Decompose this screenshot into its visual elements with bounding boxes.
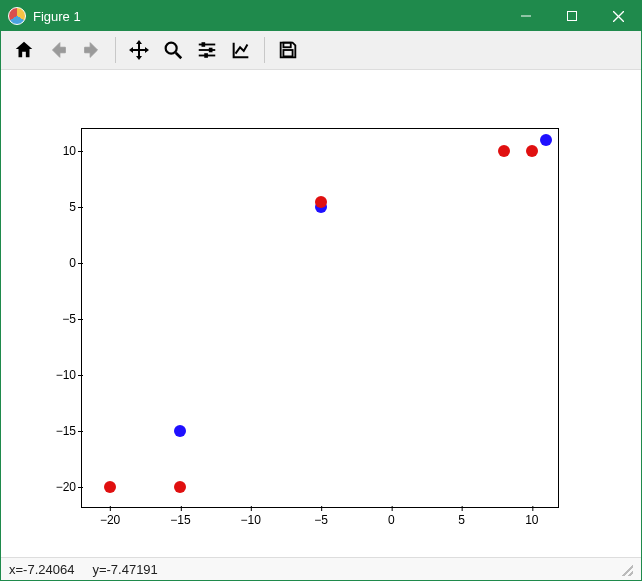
svg-rect-9 <box>209 48 213 53</box>
titlebar: Figure 1 <box>1 1 641 31</box>
pan-button[interactable] <box>122 33 156 67</box>
home-icon <box>13 39 35 61</box>
y-tick: −5 <box>62 312 82 326</box>
data-point <box>104 481 116 493</box>
window-title: Figure 1 <box>33 9 81 24</box>
y-tick: 10 <box>63 144 82 158</box>
forward-icon <box>81 39 103 61</box>
svg-rect-1 <box>568 12 577 21</box>
back-button[interactable] <box>41 33 75 67</box>
edit-axes-button[interactable] <box>224 33 258 67</box>
close-button[interactable] <box>595 1 641 31</box>
x-tick: −15 <box>170 507 190 527</box>
y-tick: −15 <box>56 424 82 438</box>
svg-rect-11 <box>204 53 208 58</box>
statusbar: x=-7.24064 y=-7.47191 <box>1 557 641 580</box>
svg-line-5 <box>176 53 182 59</box>
minimize-button[interactable] <box>503 1 549 31</box>
move-icon <box>127 38 151 62</box>
plot-axes: −20−15−10−50510−20−15−10−50510 <box>81 128 559 508</box>
x-tick: 5 <box>458 507 465 527</box>
y-tick: −10 <box>56 368 82 382</box>
svg-rect-13 <box>283 50 292 56</box>
data-point <box>174 425 186 437</box>
data-point <box>315 196 327 208</box>
configure-button[interactable] <box>190 33 224 67</box>
toolbar-separator <box>264 37 265 63</box>
zoom-icon <box>162 39 184 61</box>
cursor-x: x=-7.24064 <box>9 562 74 577</box>
resize-grip[interactable] <box>619 562 633 576</box>
save-button[interactable] <box>271 33 305 67</box>
maximize-button[interactable] <box>549 1 595 31</box>
y-tick: −20 <box>56 480 82 494</box>
toolbar <box>1 31 641 70</box>
y-tick: 5 <box>69 200 82 214</box>
x-tick: −20 <box>100 507 120 527</box>
toolbar-separator <box>115 37 116 63</box>
svg-point-4 <box>166 43 177 54</box>
app-icon <box>8 7 26 25</box>
figure-window: Figure 1 <box>0 0 642 581</box>
x-tick: −10 <box>241 507 261 527</box>
axes-icon <box>230 39 252 61</box>
data-point <box>526 145 538 157</box>
data-point <box>174 481 186 493</box>
y-tick: 0 <box>69 256 82 270</box>
forward-button[interactable] <box>75 33 109 67</box>
x-tick: −5 <box>314 507 328 527</box>
svg-rect-12 <box>283 43 290 48</box>
back-icon <box>47 39 69 61</box>
cursor-y: y=-7.47191 <box>92 562 157 577</box>
plot-canvas[interactable]: −20−15−10−50510−20−15−10−50510 <box>1 70 641 557</box>
x-tick: 0 <box>388 507 395 527</box>
x-tick: 10 <box>525 507 538 527</box>
save-icon <box>277 39 299 61</box>
zoom-button[interactable] <box>156 33 190 67</box>
home-button[interactable] <box>7 33 41 67</box>
sliders-icon <box>196 39 218 61</box>
data-point <box>540 134 552 146</box>
svg-rect-7 <box>202 42 206 47</box>
data-point <box>498 145 510 157</box>
